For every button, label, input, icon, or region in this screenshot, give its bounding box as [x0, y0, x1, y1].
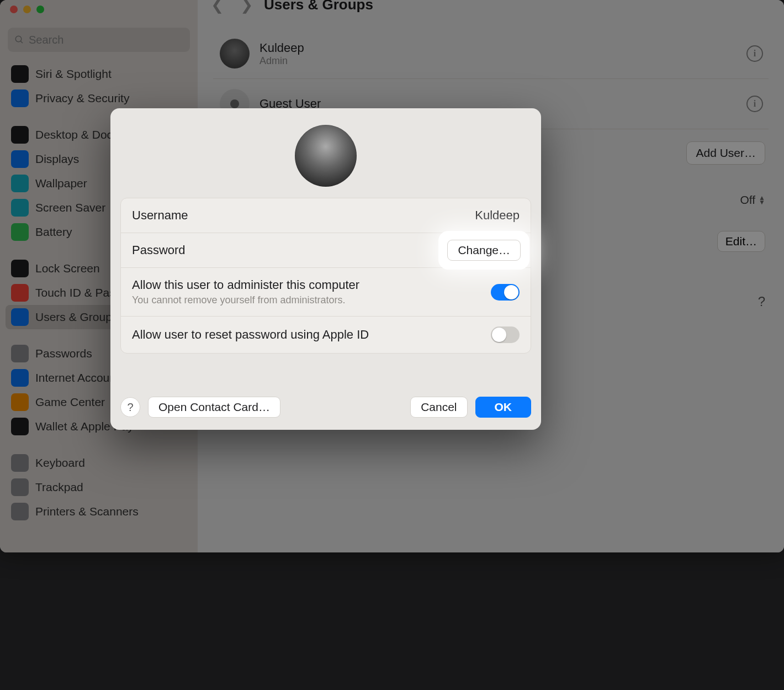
row-password: Password Change…	[121, 233, 531, 268]
reset-toggle[interactable]	[491, 326, 520, 343]
sheet-avatar[interactable]	[295, 125, 357, 187]
admin-sub: You cannot remove yourself from administ…	[132, 294, 359, 306]
ok-button[interactable]: OK	[475, 397, 532, 418]
row-admin: Allow this user to administer this compu…	[121, 268, 531, 317]
user-detail-sheet: Username Kuldeep Password Change… Allow …	[110, 108, 541, 430]
admin-label: Allow this user to administer this compu…	[132, 278, 359, 292]
username-value: Kuldeep	[475, 208, 520, 223]
sheet-footer: ? Open Contact Card… Cancel OK	[120, 397, 531, 418]
sheet-panel: Username Kuldeep Password Change… Allow …	[120, 198, 531, 354]
sheet-help-button[interactable]: ?	[120, 397, 140, 417]
change-password-button[interactable]: Change…	[447, 240, 521, 261]
change-highlight: Change…	[442, 234, 526, 266]
row-reset-appleid: Allow user to reset password using Apple…	[121, 317, 531, 353]
open-contact-card-button[interactable]: Open Contact Card…	[148, 397, 280, 418]
cancel-button[interactable]: Cancel	[410, 397, 467, 418]
row-username: Username Kuldeep	[121, 198, 531, 233]
reset-label: Allow user to reset password using Apple…	[132, 328, 369, 342]
username-label: Username	[132, 208, 188, 223]
admin-toggle[interactable]	[491, 284, 520, 301]
password-label: Password	[132, 243, 186, 257]
